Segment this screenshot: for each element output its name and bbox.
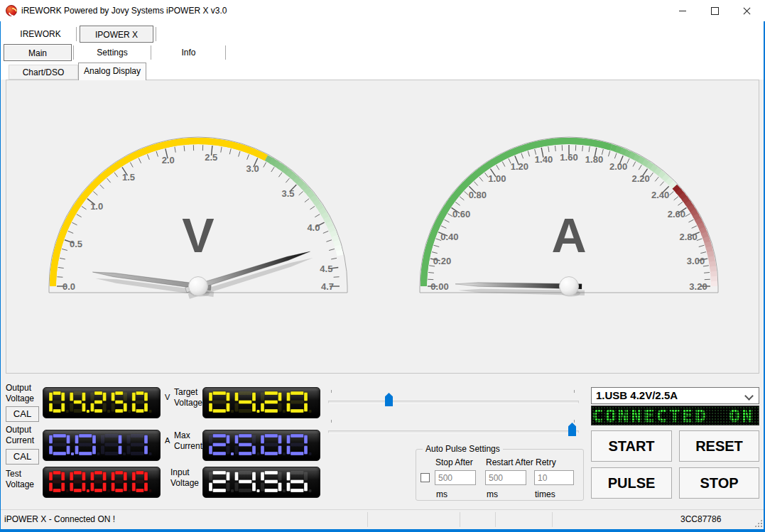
svg-text:1.60: 1.60 (560, 152, 577, 163)
tab-separator (76, 27, 77, 41)
minimize-button[interactable] (666, 0, 698, 21)
window-border-bottom (0, 529, 765, 532)
svg-text:0.40: 0.40 (440, 232, 458, 242)
max-current-display (202, 430, 320, 461)
svg-text:2.5: 2.5 (205, 152, 217, 163)
minimize-icon (679, 11, 686, 11)
svg-text:0.80: 0.80 (469, 190, 487, 200)
gauges-canvas: 0.00.51.01.52.02.53.03.54.04.54.7V0.000.… (6, 80, 759, 373)
tab-irework[interactable]: IREWORK (6, 26, 75, 43)
svg-text:1.5: 1.5 (122, 172, 135, 183)
svg-text:3.0: 3.0 (246, 163, 259, 174)
restart-after-input[interactable] (485, 470, 526, 485)
svg-text:2.20: 2.20 (631, 173, 649, 184)
tab-settings[interactable]: Settings (74, 44, 151, 61)
title-bar: iREWORK Powered by Jovy Systems iPOWER X… (0, 0, 765, 21)
svg-text:1.20: 1.20 (511, 161, 528, 172)
target-voltage-display (202, 387, 320, 418)
app-icon (6, 5, 17, 16)
svg-text:0.5: 0.5 (70, 239, 82, 249)
chevron-down-icon (744, 391, 754, 401)
led-dot-grid (592, 406, 759, 425)
profile-selected-value: 1.USB 4.2V/2.5A (596, 389, 678, 401)
amp-unit: A (165, 435, 170, 446)
svg-text:1.0: 1.0 (90, 201, 103, 212)
status-bar: iPOWER X - Connected ON ! 3CC87786 (0, 509, 765, 529)
svg-text:V: V (182, 208, 214, 262)
output-current-display (43, 430, 161, 461)
svg-text:0.20: 0.20 (433, 256, 451, 266)
svg-text:4.7: 4.7 (321, 281, 334, 292)
status-separator (367, 512, 368, 527)
slider-tick (331, 420, 332, 423)
test-voltage-label: TestVoltage (6, 469, 34, 490)
maximize-icon (711, 7, 719, 15)
tab-separator (156, 27, 157, 41)
svg-text:0.60: 0.60 (452, 209, 470, 219)
slider-tick (574, 420, 575, 423)
tab-analog-display[interactable]: Analog Display (78, 63, 146, 80)
output-current-label: OutputCurrent (6, 425, 34, 446)
svg-text:4.5: 4.5 (320, 264, 332, 274)
serial-number: 3CC87786 (680, 510, 721, 529)
maximize-button[interactable] (699, 0, 731, 21)
svg-text:2.40: 2.40 (651, 190, 669, 200)
cal-output-voltage-button[interactable]: CAL (6, 406, 39, 422)
slider-tick (574, 390, 575, 393)
close-icon (742, 6, 752, 16)
stop-after-unit: ms (436, 489, 447, 500)
svg-text:1.80: 1.80 (585, 154, 603, 165)
retry-count-input[interactable] (534, 470, 574, 485)
close-button[interactable] (731, 0, 763, 21)
tab-ipower-x[interactable]: IPOWER X (80, 26, 153, 43)
slider-tick (331, 390, 332, 393)
svg-text:2.00: 2.00 (609, 161, 627, 172)
svg-text:3.5: 3.5 (281, 188, 294, 199)
restart-unit: ms (487, 489, 498, 500)
svg-text:0.0: 0.0 (63, 281, 75, 292)
reset-button[interactable]: RESET (679, 430, 759, 462)
tab-main[interactable]: Main (4, 44, 72, 61)
app-window: { "window": { "title": "iREWORK Powered … (0, 0, 765, 532)
svg-text:3.20: 3.20 (689, 281, 707, 292)
tab-separator (225, 45, 227, 60)
svg-text:3.00: 3.00 (687, 256, 705, 266)
svg-text:2.0: 2.0 (162, 155, 175, 165)
target-voltage-slider-thumb[interactable] (385, 393, 393, 406)
pulse-button[interactable]: PULSE (591, 467, 672, 499)
svg-text:4.0: 4.0 (307, 222, 320, 233)
input-voltage-label: InputVoltage (170, 467, 199, 489)
stop-after-label: Stop After (435, 457, 473, 468)
target-voltage-slider[interactable] (328, 401, 579, 403)
max-current-label: MaxCurrent (174, 430, 202, 452)
retry-unit: times (535, 489, 555, 500)
connection-led-display: CONNECTED ON (591, 406, 759, 425)
analog-display-panel: 0.00.51.01.52.02.53.03.54.04.54.7V0.000.… (6, 80, 759, 374)
svg-text:0.00: 0.00 (430, 281, 448, 292)
test-voltage-display (43, 467, 161, 498)
profile-select[interactable]: 1.USB 4.2V/2.5A (591, 387, 759, 404)
target-voltage-label: TargetVoltage (174, 387, 202, 408)
svg-text:2.80: 2.80 (679, 232, 697, 242)
max-current-slider[interactable] (328, 430, 579, 433)
window-title: iREWORK Powered by Jovy Systems iPOWER X… (21, 0, 227, 21)
svg-text:1.40: 1.40 (535, 154, 553, 165)
volt-unit: V (165, 392, 170, 403)
max-current-slider-thumb[interactable] (568, 423, 576, 436)
tab-chart-dso-display[interactable]: Chart/DSO Display (9, 65, 78, 80)
stop-button[interactable]: STOP (679, 467, 759, 499)
svg-text:A: A (551, 208, 586, 262)
tab-info[interactable]: Info (152, 44, 225, 61)
auto-pulse-title: Auto Pulse Settings (423, 444, 503, 454)
output-voltage-display (43, 387, 161, 418)
stop-after-input[interactable] (435, 470, 476, 485)
svg-text:1.00: 1.00 (488, 173, 506, 184)
input-voltage-display (202, 467, 320, 498)
window-border-left (0, 21, 1, 529)
status-separator (460, 512, 460, 527)
auto-pulse-checkbox[interactable] (421, 473, 430, 482)
start-button[interactable]: START (591, 430, 672, 462)
status-message: iPOWER X - Connected ON ! (4, 510, 115, 529)
output-voltage-label: OutputVoltage (6, 383, 34, 404)
cal-output-current-button[interactable]: CAL (6, 449, 39, 465)
